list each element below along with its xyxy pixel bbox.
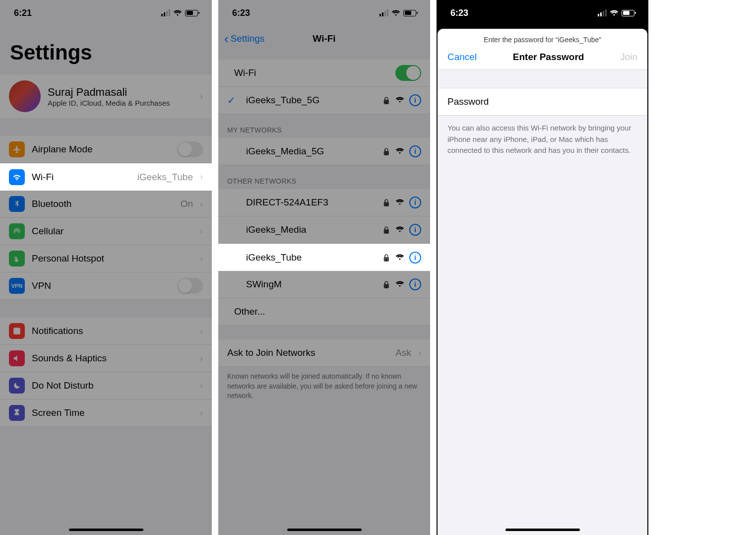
home-indicator[interactable]: [287, 529, 362, 531]
password-sheet: Enter the password for “iGeeks_Tube” Can…: [438, 29, 647, 535]
settings-screen: 6:21 Settings Suraj Padmasali Apple ID, …: [0, 0, 212, 535]
join-button[interactable]: Join: [620, 52, 637, 63]
sheet-title: Enter Password: [513, 52, 584, 63]
sheet-subtitle: Enter the password for “iGeeks_Tube”: [438, 29, 647, 47]
wifi-status-icon: [610, 8, 619, 18]
lock-icon: [382, 280, 390, 289]
status-bar: 6:23: [437, 0, 648, 26]
lock-icon: [382, 147, 390, 156]
airplane-toggle[interactable]: [177, 141, 203, 157]
nav-title: Wi-Fi: [218, 33, 430, 44]
wifi-signal-icon: [395, 252, 404, 263]
vpn-toggle[interactable]: [177, 278, 203, 294]
enter-password-screen: 6:23 Enter the password for “iGeeks_Tube…: [437, 0, 648, 535]
network-name: iGeeks_Tube: [246, 252, 375, 263]
lock-icon: [382, 96, 390, 105]
battery-icon: [185, 10, 198, 16]
wifi-label: Wi-Fi: [32, 172, 130, 183]
sharing-hint: You can also access this Wi-Fi network b…: [438, 116, 647, 163]
home-indicator[interactable]: [505, 529, 580, 531]
status-time: 6:23: [450, 8, 468, 18]
password-field[interactable]: Password: [438, 88, 647, 116]
battery-icon: [622, 10, 634, 16]
lock-icon: [382, 225, 390, 234]
wifi-settings-screen: 6:23 ‹ Settings Wi-Fi Wi-Fi ✓ iGeeks_Tub…: [218, 0, 430, 535]
battery-icon: [403, 10, 416, 16]
wifi-value: iGeeks_Tube: [137, 172, 193, 183]
wifi-toggle[interactable]: [395, 65, 421, 81]
wifi-row[interactable]: Wi-Fi iGeeks_Tube ›: [0, 163, 212, 191]
password-label: Password: [447, 96, 489, 107]
cell-signal-icon: [598, 9, 607, 16]
other-network-row-highlighted[interactable]: iGeeks_Tube i: [218, 244, 430, 271]
nav-bar: ‹ Settings Wi-Fi: [218, 26, 430, 52]
sheet-nav: Cancel Enter Password Join: [438, 47, 647, 70]
lock-icon: [382, 253, 390, 262]
home-indicator[interactable]: [69, 529, 143, 531]
lock-icon: [382, 198, 390, 207]
cancel-button[interactable]: Cancel: [447, 52, 477, 63]
info-icon[interactable]: i: [409, 252, 421, 264]
wifi-icon: [9, 169, 25, 185]
chevron-right-icon: ›: [200, 172, 203, 182]
